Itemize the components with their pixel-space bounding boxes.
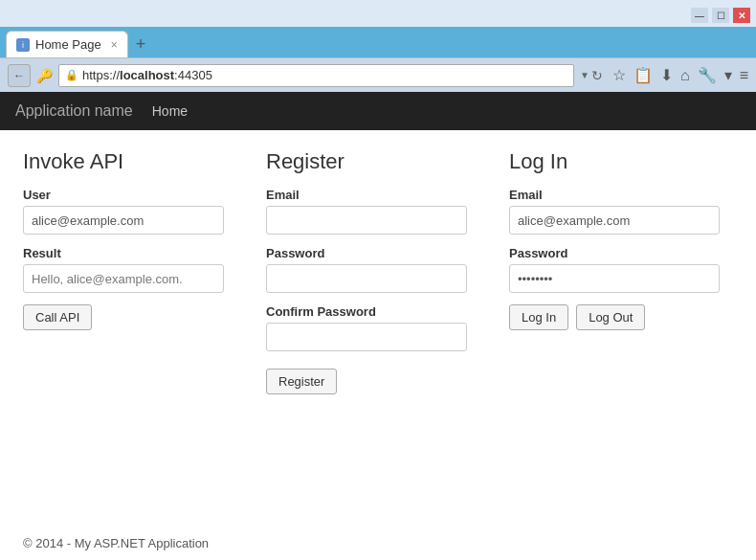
nav-home-link[interactable]: Home bbox=[152, 103, 188, 119]
back-button[interactable]: ← bbox=[8, 64, 31, 87]
url-text: https://localhost:44305 bbox=[82, 68, 212, 82]
result-box: Hello, alice@example.com. bbox=[23, 264, 224, 293]
result-label: Result bbox=[23, 246, 247, 260]
logout-button[interactable]: Log Out bbox=[576, 304, 645, 330]
nav-brand[interactable]: Application name bbox=[15, 102, 133, 120]
home-icon[interactable]: ⌂ bbox=[680, 67, 690, 84]
refresh-button[interactable]: ↻ bbox=[591, 68, 603, 83]
user-input[interactable] bbox=[23, 206, 224, 235]
register-confirm-label: Confirm Password bbox=[266, 304, 490, 319]
invoke-api-title: Invoke API bbox=[23, 149, 247, 174]
nav-bar: Application name Home bbox=[0, 92, 756, 130]
register-confirm-input[interactable] bbox=[266, 323, 467, 351]
invoke-api-section: Invoke API User Result Hello, alice@exam… bbox=[23, 149, 266, 507]
browser-window: — ☐ ✕ i Home Page × + ← 🔑 🔒 https://loca… bbox=[0, 0, 756, 560]
content-area: Invoke API User Result Hello, alice@exam… bbox=[0, 130, 756, 526]
tab-title: Home Page bbox=[35, 37, 101, 52]
tabs-bar: i Home Page × + bbox=[0, 27, 756, 57]
user-label: User bbox=[23, 188, 247, 202]
footer-text: © 2014 - My ASP.NET Application bbox=[23, 536, 209, 550]
login-password-input[interactable] bbox=[509, 264, 720, 293]
clipboard-icon[interactable]: 📋 bbox=[634, 66, 653, 84]
minimize-button[interactable]: — bbox=[691, 8, 708, 23]
address-bar: ← 🔑 🔒 https://localhost:44305 ▼ ↻ ☆ 📋 ⬇ … bbox=[0, 57, 756, 92]
new-tab-button[interactable]: + bbox=[128, 31, 154, 57]
footer: © 2014 - My ASP.NET Application bbox=[0, 526, 756, 560]
close-button[interactable]: ✕ bbox=[733, 8, 750, 23]
register-email-input[interactable] bbox=[266, 206, 467, 235]
tools-icon[interactable]: 🔧 bbox=[698, 66, 717, 84]
url-https: https:// bbox=[82, 68, 120, 82]
dropdown-icon[interactable]: ▾ bbox=[724, 66, 732, 84]
login-email-label: Email bbox=[509, 188, 733, 202]
lock-icon: 🔒 bbox=[65, 69, 78, 81]
register-section: Register Email Password Confirm Password… bbox=[266, 149, 509, 507]
url-controls: ▼ ↻ bbox=[580, 68, 603, 83]
url-box[interactable]: 🔒 https://localhost:44305 bbox=[58, 64, 574, 87]
login-button[interactable]: Log In bbox=[509, 304, 568, 330]
url-host: localhost bbox=[120, 68, 174, 82]
maximize-button[interactable]: ☐ bbox=[712, 8, 729, 23]
login-email-input[interactable] bbox=[509, 206, 720, 235]
url-port: :44305 bbox=[174, 68, 212, 82]
register-title: Register bbox=[266, 149, 490, 174]
login-section: Log In Email Password Log In Log Out bbox=[509, 149, 733, 507]
register-password-label: Password bbox=[266, 246, 490, 260]
login-title: Log In bbox=[509, 149, 733, 174]
register-password-input[interactable] bbox=[266, 264, 467, 293]
register-button[interactable]: Register bbox=[266, 369, 337, 394]
login-buttons: Log In Log Out bbox=[509, 304, 733, 330]
dropdown-arrow[interactable]: ▼ bbox=[580, 70, 589, 80]
active-tab[interactable]: i Home Page × bbox=[6, 31, 128, 57]
title-bar-controls: — ☐ ✕ bbox=[691, 8, 750, 23]
call-api-button[interactable]: Call API bbox=[23, 304, 92, 330]
key-icon: 🔑 bbox=[36, 68, 53, 83]
download-icon[interactable]: ⬇ bbox=[660, 66, 673, 84]
page-wrapper: Application name Home Invoke API User Re… bbox=[0, 92, 756, 560]
title-bar: — ☐ ✕ bbox=[0, 0, 756, 27]
login-password-label: Password bbox=[509, 246, 733, 260]
register-email-label: Email bbox=[266, 188, 490, 202]
toolbar-icons: ☆ 📋 ⬇ ⌂ 🔧 ▾ ≡ bbox=[612, 66, 748, 84]
star-icon[interactable]: ☆ bbox=[612, 66, 626, 84]
tab-favicon: i bbox=[16, 38, 30, 52]
menu-button[interactable]: ≡ bbox=[740, 67, 748, 84]
result-text: Hello, alice@example.com. bbox=[32, 272, 183, 286]
tab-close-button[interactable]: × bbox=[111, 38, 118, 52]
